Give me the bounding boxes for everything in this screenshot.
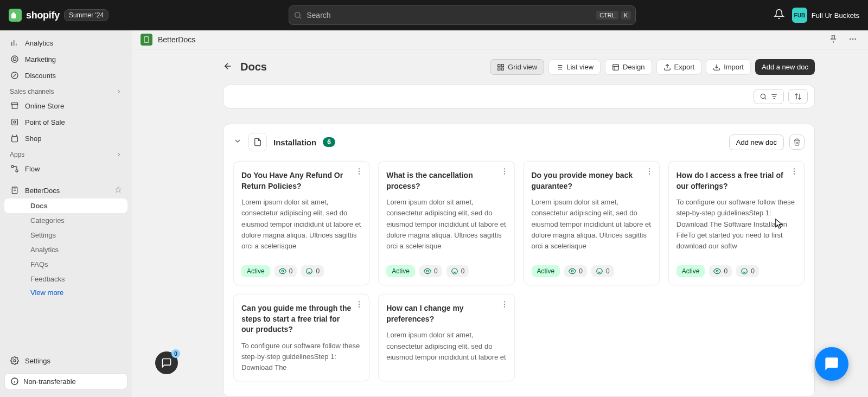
smile-icon bbox=[741, 267, 748, 275]
doc-title: How can I change my preferences? bbox=[386, 303, 506, 324]
sidebar-subitem-docs[interactable]: Docs bbox=[4, 198, 127, 213]
notifications-button[interactable] bbox=[774, 9, 784, 22]
collapse-toggle[interactable] bbox=[233, 137, 242, 148]
doc-card[interactable]: Do You Have Any Refund Or Return Policie… bbox=[233, 161, 369, 285]
section-icon bbox=[248, 133, 267, 151]
sidebar-section-apps[interactable]: Apps bbox=[4, 146, 127, 161]
doc-more-button[interactable] bbox=[790, 167, 799, 178]
trash-icon bbox=[793, 138, 801, 146]
list-view-button[interactable]: List view bbox=[548, 59, 601, 75]
sidebar-item-settings[interactable]: Settings bbox=[4, 353, 127, 369]
sidebar-section-channels[interactable]: Sales channels bbox=[4, 84, 127, 98]
section-title: Installation bbox=[273, 138, 316, 147]
svg-point-57 bbox=[451, 268, 457, 274]
svg-point-48 bbox=[359, 173, 360, 174]
app-more-button[interactable] bbox=[846, 33, 859, 47]
sidebar-item-analytics[interactable]: Analytics bbox=[4, 35, 127, 51]
doc-more-button[interactable] bbox=[500, 300, 509, 311]
doc-card[interactable]: How can I change my preferences? Lorem i… bbox=[378, 294, 514, 381]
chat-widget[interactable]: 0 bbox=[155, 351, 178, 374]
sidebar-item-flow[interactable]: Flow bbox=[4, 161, 127, 177]
svg-line-42 bbox=[765, 98, 767, 100]
svg-point-74 bbox=[359, 301, 360, 302]
sort-button[interactable] bbox=[788, 89, 808, 104]
doc-card[interactable]: What is the cancellation process? Lorem … bbox=[378, 161, 514, 285]
doc-card[interactable]: Can you guide me through the steps to st… bbox=[233, 294, 369, 381]
svg-point-12 bbox=[11, 165, 14, 168]
import-button[interactable]: Import bbox=[706, 59, 751, 75]
reactions-stat: 0 bbox=[736, 265, 759, 277]
doc-card[interactable]: Do you provide money back guarantee? Lor… bbox=[524, 161, 660, 285]
import-icon bbox=[713, 63, 720, 71]
account-menu[interactable]: FUB Full Ur Buckets bbox=[792, 8, 859, 23]
svg-point-50 bbox=[307, 268, 312, 274]
layout-icon bbox=[612, 63, 620, 71]
doc-footer: Active 0 0 bbox=[532, 265, 652, 277]
more-vertical-icon bbox=[355, 167, 363, 176]
sidebar-item-pos[interactable]: Point of Sale bbox=[4, 114, 127, 130]
status-badge: Active bbox=[386, 265, 415, 277]
back-button[interactable] bbox=[223, 61, 233, 73]
chat-badge: 0 bbox=[171, 349, 180, 358]
smile-icon bbox=[451, 267, 458, 275]
sidebar-item-betterdocs[interactable]: BetterDocs bbox=[4, 182, 127, 198]
flow-icon bbox=[10, 164, 20, 174]
svg-rect-26 bbox=[498, 64, 500, 66]
svg-point-46 bbox=[359, 168, 360, 169]
delete-section-button[interactable] bbox=[789, 135, 805, 150]
grid-view-button[interactable]: Grid view bbox=[490, 59, 544, 75]
more-vertical-icon bbox=[645, 167, 654, 176]
pin-icon[interactable] bbox=[114, 186, 122, 195]
export-icon bbox=[663, 63, 671, 71]
views-stat: 0 bbox=[709, 265, 732, 277]
season-badge: Summer '24 bbox=[64, 9, 108, 21]
doc-excerpt: To configure our software follow these s… bbox=[241, 341, 361, 373]
eye-icon bbox=[424, 267, 431, 275]
doc-more-button[interactable] bbox=[645, 167, 654, 178]
brand-text: shopify bbox=[26, 10, 60, 21]
sidebar-subitem-settings[interactable]: Settings bbox=[4, 228, 127, 242]
doc-excerpt: Lorem ipsum dolor sit amet, consectetur … bbox=[241, 197, 361, 254]
eye-icon bbox=[569, 267, 576, 275]
svg-point-71 bbox=[742, 268, 748, 274]
pin-icon bbox=[829, 35, 838, 43]
design-button[interactable]: Design bbox=[605, 59, 652, 75]
sidebar-item-marketing[interactable]: Marketing bbox=[4, 51, 127, 67]
global-search[interactable]: Search CTRL K bbox=[289, 5, 636, 25]
views-stat: 0 bbox=[419, 265, 442, 277]
search-filter-button[interactable] bbox=[754, 89, 784, 104]
page-header: Docs Grid view List view Design bbox=[223, 59, 815, 75]
doc-more-button[interactable] bbox=[355, 300, 363, 311]
non-transferable-badge[interactable]: Non-transferable bbox=[4, 373, 127, 389]
sidebar-subitem-analytics[interactable]: Analytics bbox=[4, 242, 127, 257]
doc-more-button[interactable] bbox=[355, 167, 363, 178]
eye-icon bbox=[279, 267, 286, 275]
page-title: Docs bbox=[240, 61, 267, 73]
message-icon bbox=[824, 356, 839, 372]
sidebar-item-shop[interactable]: Shop bbox=[4, 130, 127, 146]
topbar: shopify Summer '24 Search CTRL K FUB Ful… bbox=[0, 0, 868, 30]
sidebar-subitem-categories[interactable]: Categories bbox=[4, 213, 127, 228]
svg-point-41 bbox=[761, 94, 765, 98]
sidebar-subitem-faqs[interactable]: FAQs bbox=[4, 257, 127, 272]
status-badge: Active bbox=[241, 265, 270, 277]
pin-app-button[interactable] bbox=[827, 33, 840, 47]
doc-title: What is the cancellation process? bbox=[386, 170, 506, 191]
svg-rect-11 bbox=[12, 137, 18, 142]
sidebar-label: Shop bbox=[25, 135, 41, 143]
svg-point-68 bbox=[794, 171, 795, 172]
doc-excerpt: Lorem ipsum dolor sit amet, consectetur … bbox=[386, 330, 506, 362]
doc-more-button[interactable] bbox=[500, 167, 509, 178]
sidebar-item-onlinestore[interactable]: Online Store bbox=[4, 98, 127, 114]
doc-card[interactable]: How do I access a free trial of our offe… bbox=[668, 161, 805, 285]
view-more-link[interactable]: View more bbox=[4, 289, 127, 297]
kbd-k: K bbox=[621, 11, 631, 20]
sidebar-subitem-feedbacks[interactable]: Feedbacks bbox=[4, 272, 127, 286]
support-fab[interactable] bbox=[815, 347, 848, 381]
logo-group[interactable]: shopify Summer '24 bbox=[9, 9, 108, 22]
sidebar-item-discounts[interactable]: Discounts bbox=[4, 67, 127, 84]
section-add-doc-button[interactable]: Add new doc bbox=[729, 135, 784, 150]
more-vertical-icon bbox=[790, 167, 799, 176]
export-button[interactable]: Export bbox=[656, 59, 702, 75]
add-new-doc-button[interactable]: Add a new doc bbox=[755, 59, 815, 75]
